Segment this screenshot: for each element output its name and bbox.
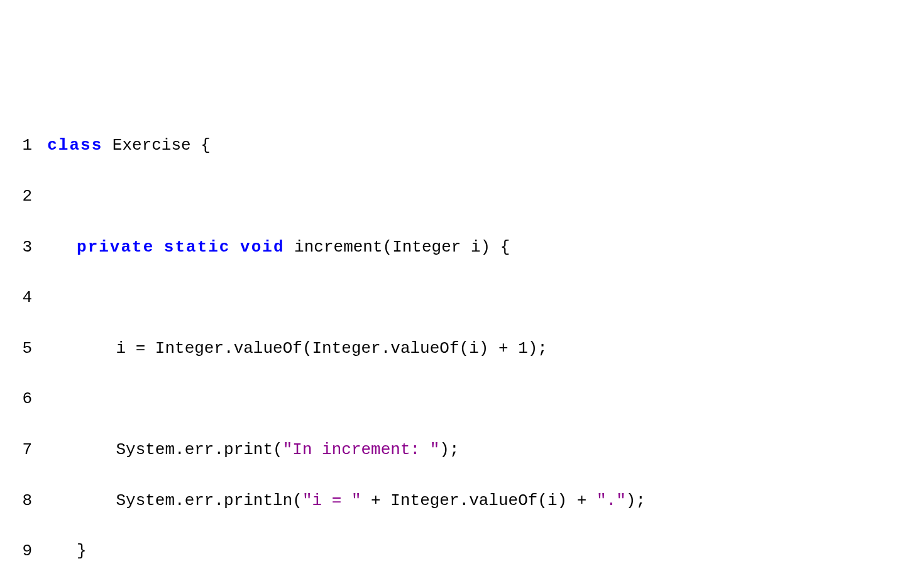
code-line: private static void increment(Integer i)… — [47, 235, 911, 260]
line-number: 9 — [13, 538, 32, 563]
keyword: void — [240, 238, 284, 257]
code-block: 1 2 3 4 5 6 7 8 9 10 11 12 13 14 15 16 1… — [13, 108, 911, 588]
line-number-gutter: 1 2 3 4 5 6 7 8 9 10 11 12 13 14 15 16 1… — [13, 108, 47, 588]
line-number: 4 — [13, 285, 32, 310]
code-text — [154, 238, 164, 257]
line-number: 1 — [13, 133, 32, 158]
line-number: 7 — [13, 437, 32, 462]
line-number: 2 — [13, 184, 32, 209]
string-literal: "i = " — [302, 491, 361, 510]
string-literal: "." — [597, 491, 626, 510]
line-number: 8 — [13, 488, 32, 513]
code-text: } — [47, 541, 86, 560]
code-line: i = Integer.valueOf(Integer.valueOf(i) +… — [47, 336, 911, 361]
code-text: System.err.println( — [47, 491, 302, 510]
code-line: System.err.print("In increment: "); — [47, 437, 911, 462]
keyword: static — [164, 238, 231, 257]
line-number: 3 — [13, 235, 32, 260]
code-line — [47, 386, 911, 411]
keyword: class — [47, 136, 102, 155]
code-text: ); — [439, 440, 459, 459]
code-text: ); — [626, 491, 646, 510]
code-text: Exercise { — [102, 136, 211, 155]
line-number: 6 — [13, 386, 32, 411]
code-text: i = Integer.valueOf(Integer.valueOf(i) +… — [47, 339, 547, 358]
code-text: increment(Integer i) { — [285, 238, 510, 257]
code-line: class Exercise { — [47, 133, 911, 158]
code-text: System.err.print( — [47, 440, 282, 459]
keyword: private — [77, 238, 154, 257]
string-literal: "In increment: " — [283, 440, 440, 459]
code-content: class Exercise { private static void inc… — [47, 108, 911, 588]
code-line: } — [47, 538, 911, 563]
line-number: 5 — [13, 336, 32, 361]
code-line — [47, 285, 911, 310]
code-text — [230, 238, 240, 257]
code-line: System.err.println("i = " + Integer.valu… — [47, 488, 911, 513]
code-text: + Integer.valueOf(i) + — [361, 491, 597, 510]
code-text — [47, 238, 77, 257]
code-line — [47, 184, 911, 209]
